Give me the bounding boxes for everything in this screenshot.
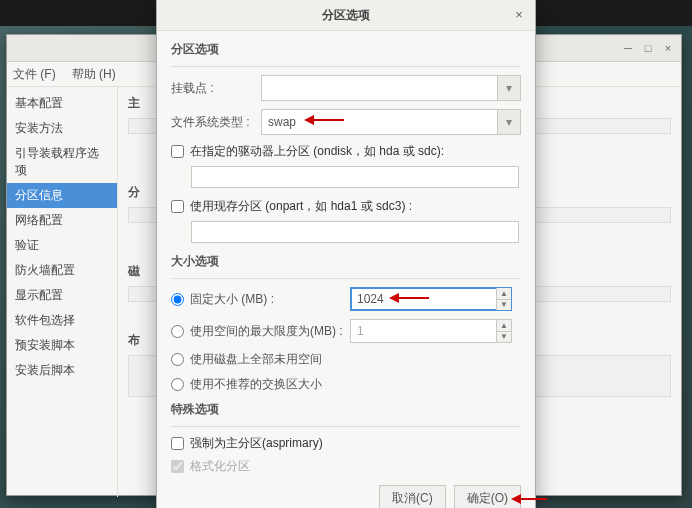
- format-checkbox: [171, 460, 184, 473]
- onpart-input[interactable]: [191, 221, 519, 243]
- svg-marker-1: [304, 115, 314, 125]
- max-size-label: 使用空间的最大限度为(MB) :: [190, 323, 350, 340]
- onpart-label: 使用现存分区 (onpart，如 hda1 或 sdc3) :: [190, 198, 412, 215]
- fixed-size-radio[interactable]: [171, 293, 184, 306]
- sidebar-item-bootloader[interactable]: 引导装载程序选项: [7, 141, 117, 183]
- mount-point-combo[interactable]: ▾: [261, 75, 521, 101]
- fixed-size-spin[interactable]: 1024 ▲▼: [350, 287, 512, 311]
- partition-dialog: 分区选项 × 分区选项 挂载点 : ▾ 文件系统类型 : swap: [156, 0, 536, 508]
- fill-radio[interactable]: [171, 353, 184, 366]
- spin-buttons[interactable]: ▲▼: [496, 320, 511, 342]
- group-special-options: 特殊选项: [171, 401, 521, 418]
- sidebar-item-method[interactable]: 安装方法: [7, 116, 117, 141]
- ok-button[interactable]: 确定(O): [454, 485, 521, 508]
- asprimary-label: 强制为主分区(asprimary): [190, 435, 323, 452]
- mount-point-label: 挂载点 :: [171, 80, 261, 97]
- fs-type-value[interactable]: swap: [262, 110, 497, 134]
- recommended-radio[interactable]: [171, 378, 184, 391]
- menu-file[interactable]: 文件 (F): [13, 66, 56, 83]
- ondisk-label: 在指定的驱动器上分区 (ondisk，如 hda 或 sdc):: [190, 143, 444, 160]
- dialog-titlebar: 分区选项 ×: [157, 0, 535, 31]
- highlight-arrow-icon: [389, 291, 431, 305]
- fs-type-combo[interactable]: swap ▾: [261, 109, 521, 135]
- onpart-checkbox[interactable]: [171, 200, 184, 213]
- max-size-value: 1: [351, 320, 496, 342]
- sidebar-item-basic[interactable]: 基本配置: [7, 91, 117, 116]
- dialog-title: 分区选项: [322, 7, 370, 24]
- svg-marker-3: [389, 293, 399, 303]
- max-size-spin[interactable]: 1 ▲▼: [350, 319, 512, 343]
- sidebar-item-packages[interactable]: 软件包选择: [7, 308, 117, 333]
- ondisk-input[interactable]: [191, 166, 519, 188]
- svg-marker-5: [511, 494, 521, 504]
- sidebar-item-firewall[interactable]: 防火墙配置: [7, 258, 117, 283]
- sidebar-item-partition[interactable]: 分区信息: [7, 183, 117, 208]
- fixed-size-value[interactable]: 1024: [351, 288, 496, 310]
- ondisk-checkbox[interactable]: [171, 145, 184, 158]
- format-label: 格式化分区: [190, 458, 250, 475]
- dialog-close-button[interactable]: ×: [511, 6, 527, 22]
- menu-help[interactable]: 帮助 (H): [72, 66, 116, 83]
- recommended-label: 使用不推荐的交换区大小: [190, 376, 322, 393]
- group-size-options: 大小选项: [171, 253, 521, 270]
- sidebar: 基本配置 安装方法 引导装载程序选项 分区信息 网络配置 验证 防火墙配置 显示…: [7, 87, 118, 497]
- highlight-arrow-icon: [304, 113, 346, 127]
- sidebar-item-auth[interactable]: 验证: [7, 233, 117, 258]
- maximize-icon[interactable]: □: [641, 41, 655, 55]
- chevron-down-icon[interactable]: ▾: [497, 76, 520, 100]
- spin-buttons[interactable]: ▲▼: [496, 288, 511, 310]
- sidebar-item-display[interactable]: 显示配置: [7, 283, 117, 308]
- sidebar-item-network[interactable]: 网络配置: [7, 208, 117, 233]
- cancel-button[interactable]: 取消(C): [379, 485, 446, 508]
- fill-label: 使用磁盘上全部未用空间: [190, 351, 322, 368]
- asprimary-checkbox[interactable]: [171, 437, 184, 450]
- close-icon[interactable]: ×: [661, 41, 675, 55]
- minimize-icon[interactable]: ─: [621, 41, 635, 55]
- max-size-radio[interactable]: [171, 325, 184, 338]
- group-partition-options: 分区选项: [171, 41, 521, 58]
- sidebar-item-postscript[interactable]: 安装后脚本: [7, 358, 117, 383]
- chevron-down-icon[interactable]: ▾: [497, 110, 520, 134]
- fixed-size-label: 固定大小 (MB) :: [190, 291, 350, 308]
- sidebar-item-prescript[interactable]: 预安装脚本: [7, 333, 117, 358]
- mount-point-value[interactable]: [262, 76, 497, 100]
- desktop: ─ □ × 文件 (F) 帮助 (H) 基本配置 安装方法 引导装载程序选项 分…: [0, 0, 692, 508]
- fs-type-label: 文件系统类型 :: [171, 114, 261, 131]
